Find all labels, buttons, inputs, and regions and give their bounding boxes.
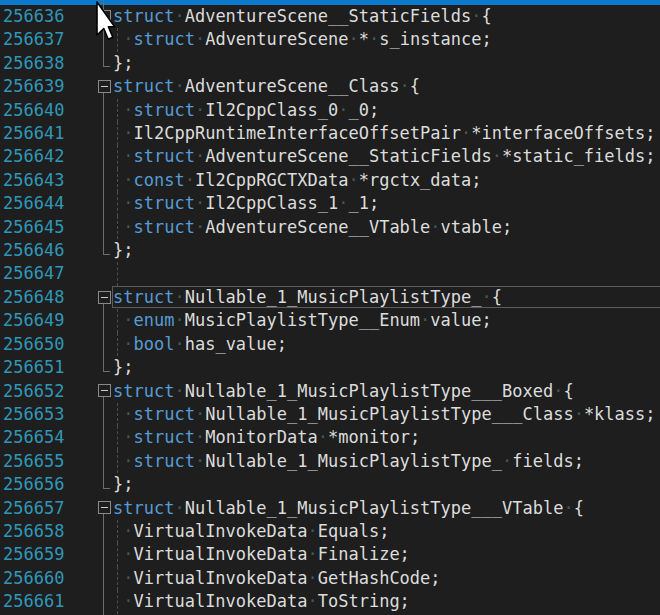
fold-margin xyxy=(86,426,112,449)
line-number[interactable]: 256648 xyxy=(0,286,86,309)
fold-collapse-icon[interactable] xyxy=(86,75,112,98)
line-number[interactable]: 256645 xyxy=(0,216,86,239)
code-line: 256654 ·struct·MonitorData·*monitor; xyxy=(0,426,660,449)
line-number[interactable]: 256661 xyxy=(0,590,86,613)
code-token: *static_fields; xyxy=(502,146,656,166)
code-text[interactable]: struct·AdventureScene__Class·{ xyxy=(112,75,660,98)
line-number[interactable]: 256640 xyxy=(0,99,86,122)
code-token: · xyxy=(461,123,471,143)
line-number[interactable]: 256643 xyxy=(0,169,86,192)
code-line: 256659 ·VirtualInvokeData·Finalize; xyxy=(0,543,660,566)
indent-guide xyxy=(117,590,118,613)
code-token: Il2CppClass_0 xyxy=(205,100,338,120)
code-text[interactable]: ·VirtualInvokeData·GetHashCode; xyxy=(112,567,660,590)
code-line: 256644 ·struct·Il2CppClass_1·_1; xyxy=(0,192,660,215)
code-text[interactable]: ·VirtualInvokeData·ToString; xyxy=(112,590,660,613)
indent-guide xyxy=(117,543,118,566)
code-line: 256648struct·Nullable_1_MusicPlaylistTyp… xyxy=(0,286,660,309)
line-number[interactable]: 256660 xyxy=(0,567,86,590)
fold-margin xyxy=(86,333,112,356)
code-text[interactable]: ·enum·MusicPlaylistType__Enum·value; xyxy=(112,309,660,332)
fold-collapse-icon[interactable] xyxy=(86,380,112,403)
code-token: Nullable_1_MusicPlaylistType___VTable xyxy=(185,498,564,518)
line-number[interactable]: 256650 xyxy=(0,333,86,356)
line-number[interactable]: 256657 xyxy=(0,497,86,520)
code-token: Nullable_1_MusicPlaylistType___Boxed xyxy=(185,381,553,401)
code-token: · xyxy=(174,310,184,330)
line-number[interactable]: 256639 xyxy=(0,75,86,98)
code-text[interactable]: ·struct·Il2CppClass_1·_1; xyxy=(112,192,660,215)
indent-guide xyxy=(117,216,118,239)
code-text[interactable]: }; xyxy=(112,356,660,379)
line-number[interactable]: 256652 xyxy=(0,380,86,403)
code-token: fields; xyxy=(512,451,584,471)
code-text[interactable]: ·const·Il2CppRGCTXData·*rgctx_data; xyxy=(112,169,660,192)
line-number[interactable]: 256637 xyxy=(0,28,86,51)
code-text[interactable]: ·struct·AdventureScene__StaticFields·*st… xyxy=(112,145,660,168)
line-number[interactable]: 256655 xyxy=(0,450,86,473)
code-token: * xyxy=(359,29,369,49)
code-text[interactable]: struct·Nullable_1_MusicPlaylistType___Bo… xyxy=(112,380,660,403)
code-line: 256661 ·VirtualInvokeData·ToString; xyxy=(0,590,660,613)
editor-rows: 256636struct·AdventureScene__StaticField… xyxy=(0,5,660,615)
code-text[interactable]: }; xyxy=(112,473,660,496)
line-number[interactable]: 256653 xyxy=(0,403,86,426)
fold-collapse-icon[interactable] xyxy=(86,497,112,520)
code-editor: 256636struct·AdventureScene__StaticField… xyxy=(0,0,660,615)
code-text[interactable]: ·struct·AdventureScene__VTable·vtable; xyxy=(112,216,660,239)
fold-margin xyxy=(86,169,112,192)
fold-margin xyxy=(86,262,112,285)
line-number[interactable]: 256656 xyxy=(0,473,86,496)
code-token: · xyxy=(492,146,502,166)
code-token: AdventureScene__StaticFields xyxy=(205,146,492,166)
line-number[interactable]: 256658 xyxy=(0,520,86,543)
code-token: const xyxy=(133,170,184,190)
code-text[interactable]: }; xyxy=(112,52,660,75)
line-number[interactable]: 256636 xyxy=(0,5,86,28)
line-number[interactable]: 256651 xyxy=(0,356,86,379)
code-text[interactable]: ·Il2CppRuntimeInterfaceOffsetPair·*inter… xyxy=(112,122,660,145)
code-text[interactable]: ·struct·Nullable_1_MusicPlaylistType___C… xyxy=(112,403,660,426)
line-number[interactable]: 256641 xyxy=(0,122,86,145)
code-text[interactable]: ·struct·MonitorData·*monitor; xyxy=(112,426,660,449)
line-number[interactable]: 256654 xyxy=(0,426,86,449)
fold-margin xyxy=(86,309,112,332)
code-text[interactable]: struct·Nullable_1_MusicPlaylistType___VT… xyxy=(112,497,660,520)
code-token: AdventureScene xyxy=(205,29,348,49)
code-text[interactable]: ·VirtualInvokeData·Finalize; xyxy=(112,543,660,566)
code-token: Equals; xyxy=(318,521,390,541)
code-token: · xyxy=(338,100,348,120)
code-token: · xyxy=(574,404,584,424)
code-token: · xyxy=(195,217,205,237)
fold-collapse-icon[interactable] xyxy=(86,286,112,309)
code-text[interactable]: struct·AdventureScene__StaticFields·{ xyxy=(112,5,660,28)
line-number[interactable]: 256647 xyxy=(0,262,86,285)
code-text[interactable] xyxy=(112,262,660,285)
code-token: Il2CppClass_1 xyxy=(205,193,338,213)
fold-margin xyxy=(86,520,112,543)
code-line: 256640 ·struct·Il2CppClass_0·_0; xyxy=(0,99,660,122)
code-text[interactable]: ·struct·AdventureScene·*·s_instance; xyxy=(112,28,660,51)
code-text[interactable]: ·struct·Nullable_1_MusicPlaylistType_·fi… xyxy=(112,450,660,473)
code-text[interactable]: ·bool·has_value; xyxy=(112,333,660,356)
line-number[interactable]: 256649 xyxy=(0,309,86,332)
indent-guide xyxy=(117,520,118,543)
fold-margin xyxy=(86,403,112,426)
fold-margin xyxy=(86,473,112,496)
code-token: AdventureScene__VTable xyxy=(205,217,430,237)
code-line: 256652struct·Nullable_1_MusicPlaylistTyp… xyxy=(0,380,660,403)
line-number[interactable]: 256638 xyxy=(0,52,86,75)
code-text[interactable]: struct·Nullable_1_MusicPlaylistType_·{ xyxy=(112,286,660,309)
line-number[interactable]: 256646 xyxy=(0,239,86,262)
code-token: · xyxy=(195,146,205,166)
code-token: · xyxy=(430,217,440,237)
code-token: · xyxy=(553,381,563,401)
code-text[interactable]: ·struct·Il2CppClass_0·_0; xyxy=(112,99,660,122)
code-text[interactable]: ·VirtualInvokeData·Equals; xyxy=(112,520,660,543)
line-number[interactable]: 256659 xyxy=(0,543,86,566)
fold-margin xyxy=(86,216,112,239)
line-number[interactable]: 256644 xyxy=(0,192,86,215)
code-text[interactable]: }; xyxy=(112,239,660,262)
fold-margin xyxy=(86,567,112,590)
line-number[interactable]: 256642 xyxy=(0,145,86,168)
